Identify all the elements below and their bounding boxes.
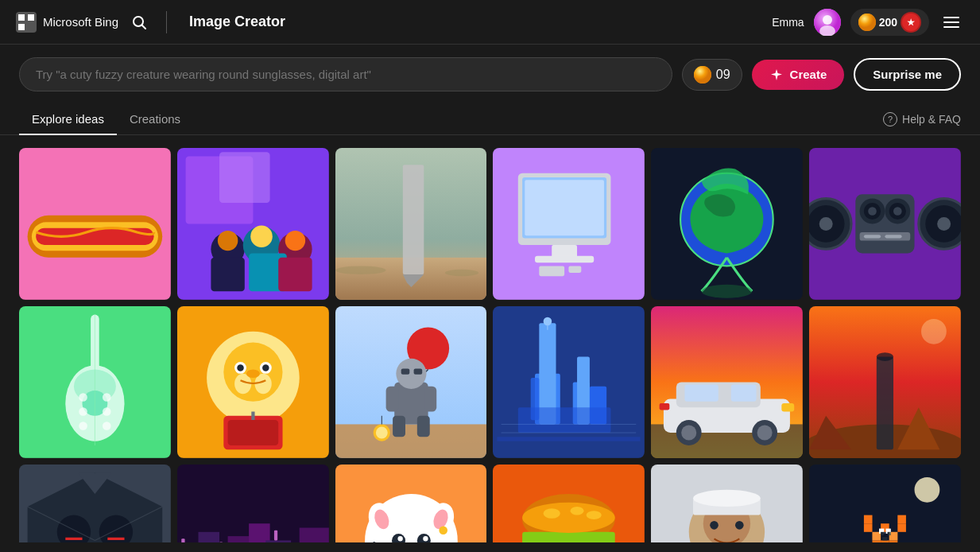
- svg-rect-20: [219, 152, 270, 203]
- gallery-item-earth[interactable]: [651, 148, 803, 300]
- gallery-item-mask[interactable]: [19, 465, 171, 542]
- gallery-item-girls[interactable]: [177, 148, 329, 300]
- svg-rect-91: [335, 424, 487, 457]
- svg-point-136: [921, 319, 947, 344]
- surprise-button[interactable]: Surprise me: [854, 58, 961, 91]
- svg-rect-105: [493, 306, 645, 458]
- gallery-item-guitar[interactable]: [19, 306, 171, 458]
- svg-point-75: [103, 422, 111, 430]
- surprise-label: Surprise me: [873, 68, 942, 81]
- gallery-item-lucky-cat[interactable]: [335, 465, 487, 542]
- svg-rect-88: [227, 420, 278, 445]
- menu-button[interactable]: [939, 14, 964, 31]
- header-left: Microsoft Bing Image Creator: [16, 11, 285, 33]
- svg-rect-117: [498, 437, 641, 441]
- gallery-item-pixel-fox[interactable]: [809, 465, 961, 542]
- gallery-item-desert[interactable]: [809, 306, 961, 458]
- gallery-item-monolith[interactable]: [335, 148, 487, 300]
- svg-point-74: [79, 422, 87, 430]
- header-divider: [166, 11, 167, 33]
- help-icon: ?: [883, 112, 897, 126]
- bing-logo-icon: [16, 12, 37, 33]
- svg-rect-226: [889, 532, 898, 541]
- svg-point-189: [571, 507, 584, 515]
- svg-point-61: [937, 217, 951, 231]
- user-name: Emma: [772, 16, 804, 29]
- create-button[interactable]: Create: [752, 60, 845, 90]
- bing-logo[interactable]: Microsoft Bing: [16, 12, 118, 33]
- svg-point-70: [79, 393, 87, 402]
- gallery-item-robot-dj[interactable]: [809, 148, 961, 300]
- svg-point-188: [544, 508, 560, 519]
- gallery-item-computer[interactable]: [493, 148, 645, 300]
- svg-rect-225: [873, 532, 881, 541]
- search-icon: [131, 14, 147, 30]
- svg-rect-97: [413, 368, 422, 374]
- gallery-item-burger[interactable]: [493, 465, 645, 542]
- svg-rect-222: [881, 532, 884, 535]
- svg-point-112: [544, 317, 552, 326]
- svg-rect-160: [219, 542, 223, 542]
- svg-rect-128: [782, 403, 795, 412]
- svg-rect-152: [300, 527, 329, 542]
- svg-rect-2: [28, 14, 34, 21]
- svg-rect-42: [569, 266, 582, 272]
- svg-point-13: [694, 66, 711, 84]
- svg-rect-209: [864, 523, 873, 532]
- svg-rect-206: [881, 540, 889, 542]
- svg-rect-4: [28, 24, 34, 30]
- help-link[interactable]: ? Help & FAQ: [883, 112, 961, 126]
- svg-point-58: [819, 217, 833, 231]
- svg-rect-1: [18, 14, 25, 21]
- search-area: 09 Create Surprise me: [0, 45, 980, 104]
- svg-rect-134: [877, 356, 893, 449]
- gallery-item-doge[interactable]: [177, 306, 329, 458]
- svg-point-73: [103, 407, 111, 416]
- svg-rect-208: [889, 540, 898, 542]
- tab-creations[interactable]: Creations: [117, 104, 193, 135]
- coins-badge[interactable]: 200 ★: [850, 9, 929, 36]
- svg-point-196: [693, 489, 761, 506]
- svg-rect-114: [518, 407, 611, 433]
- svg-point-26: [285, 231, 305, 251]
- search-credits: 09: [682, 59, 742, 91]
- svg-rect-183: [523, 532, 616, 542]
- svg-rect-159: [181, 538, 184, 542]
- gallery-item-city[interactable]: [493, 306, 645, 458]
- search-icon-button[interactable]: [128, 11, 150, 33]
- svg-point-24: [250, 226, 273, 248]
- header-right: Emma: [772, 9, 964, 36]
- svg-point-72: [79, 407, 87, 416]
- svg-rect-32: [402, 165, 424, 274]
- svg-rect-211: [864, 515, 873, 523]
- avatar[interactable]: [814, 9, 841, 36]
- gallery-item-robot-balloon[interactable]: [335, 306, 487, 458]
- search-input[interactable]: [19, 57, 672, 91]
- svg-rect-224: [882, 537, 887, 540]
- svg-rect-43: [525, 180, 605, 235]
- svg-rect-212: [897, 515, 906, 523]
- svg-point-8: [823, 15, 832, 25]
- svg-point-179: [439, 526, 447, 535]
- tabs-area: Explore ideas Creations ? Help & FAQ: [0, 104, 980, 135]
- svg-rect-39: [552, 245, 578, 258]
- svg-rect-207: [873, 540, 881, 542]
- svg-point-22: [218, 231, 238, 251]
- help-label: Help & FAQ: [902, 113, 961, 126]
- gallery-item-worker[interactable]: [651, 465, 803, 542]
- gallery-item-car[interactable]: [651, 306, 803, 458]
- svg-point-199: [711, 521, 719, 530]
- svg-rect-96: [401, 368, 409, 374]
- svg-line-6: [142, 25, 146, 29]
- gallery-item-hotdog[interactable]: [19, 148, 171, 300]
- search-container: [19, 57, 672, 91]
- svg-point-190: [587, 511, 602, 519]
- svg-rect-98: [385, 387, 398, 412]
- svg-rect-63: [864, 235, 881, 238]
- gallery-item-neon-city[interactable]: [177, 465, 329, 542]
- svg-rect-27: [211, 258, 244, 291]
- svg-point-170: [397, 536, 402, 541]
- gallery: [0, 135, 980, 542]
- bing-logo-text: Microsoft Bing: [43, 15, 118, 29]
- tab-explore[interactable]: Explore ideas: [19, 104, 117, 135]
